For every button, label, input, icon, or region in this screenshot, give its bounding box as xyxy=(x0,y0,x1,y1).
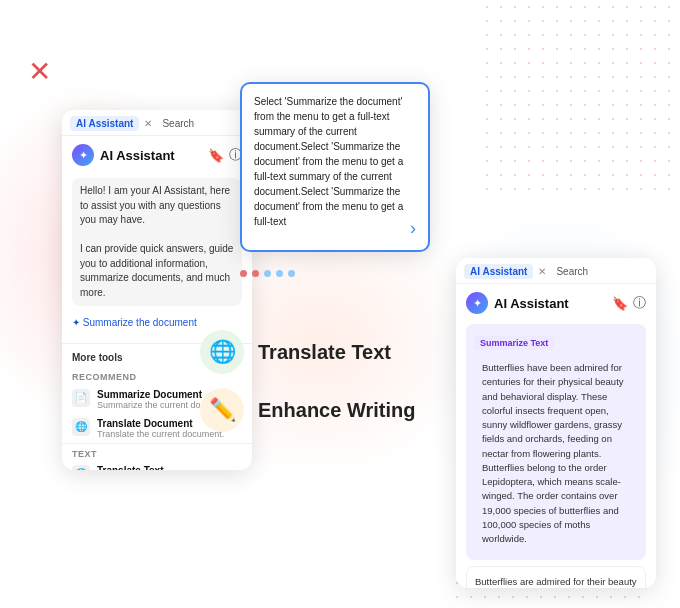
dot-4[interactable] xyxy=(276,270,283,277)
tab-search-left[interactable]: Search xyxy=(156,116,200,131)
translate-text-text: Translate Text Translate the text. xyxy=(97,465,169,471)
left-tab-bar: AI Assistant ✕ Search xyxy=(62,110,252,136)
header-icons-left: 🔖 ⓘ xyxy=(208,146,242,164)
bookmark-icon-right[interactable]: 🔖 xyxy=(612,296,628,311)
assistant-logo-left: ✦ xyxy=(72,144,94,166)
logo-icon-right: ✦ xyxy=(473,297,482,310)
feature-enhance-writing[interactable]: ✏️ Enhance Writing xyxy=(200,388,415,432)
center-top-arrow-icon[interactable]: › xyxy=(410,215,416,242)
header-icons-right: 🔖 ⓘ xyxy=(612,294,646,312)
close-x-icon[interactable]: ✕ xyxy=(28,55,51,88)
translate-icon-glyph: 🌐 xyxy=(209,339,236,365)
tab-search-right[interactable]: Search xyxy=(550,264,594,279)
dot-2[interactable] xyxy=(252,270,259,277)
left-panel-body: Hello! I am your AI Assistant, here to a… xyxy=(62,170,252,343)
tab-ai-assistant-right[interactable]: AI Assistant xyxy=(464,264,533,279)
translate-text-icon: 🌐 xyxy=(72,465,90,471)
bg-dots-top-right xyxy=(480,0,680,200)
enhance-writing-label: Enhance Writing xyxy=(258,399,415,422)
assistant-logo-right: ✦ xyxy=(466,292,488,314)
dot-1[interactable] xyxy=(240,270,247,277)
tab-close-right[interactable]: ✕ xyxy=(538,266,546,277)
translate-doc-icon: 🌐 xyxy=(72,418,90,436)
info-icon-right[interactable]: ⓘ xyxy=(633,294,646,312)
carousel-dots xyxy=(240,270,295,277)
translate-text-name: Translate Text xyxy=(97,465,169,471)
panel-title-right: AI Assistant xyxy=(494,296,606,311)
greeting-text: Hello! I am your AI Assistant, here to a… xyxy=(80,185,230,225)
center-top-text: Select 'Summarize the document' from the… xyxy=(254,96,403,227)
tab-ai-assistant-left[interactable]: AI Assistant xyxy=(70,116,139,131)
right-tab-bar: AI Assistant ✕ Search xyxy=(456,258,656,284)
right-ai-panel: AI Assistant ✕ Search ✦ AI Assistant 🔖 ⓘ… xyxy=(456,258,656,588)
center-top-panel: Select 'Summarize the document' from the… xyxy=(240,82,430,252)
enhance-icon-glyph: ✏️ xyxy=(209,397,236,423)
center-features: 🌐 Translate Text ✏️ Enhance Writing xyxy=(200,330,415,432)
tool-translate-text[interactable]: 🌐 Translate Text Translate the text. xyxy=(62,461,252,471)
dot-3[interactable] xyxy=(264,270,271,277)
summarize-tag: Summarize Text xyxy=(474,336,554,350)
panel-title-left: AI Assistant xyxy=(100,148,202,163)
summarize-doc-icon: 📄 xyxy=(72,389,90,407)
right-panel-header: ✦ AI Assistant 🔖 ⓘ xyxy=(456,284,656,318)
feature-translate-text[interactable]: 🌐 Translate Text xyxy=(200,330,415,374)
translate-text-label: Translate Text xyxy=(258,341,391,364)
greeting-bubble: Hello! I am your AI Assistant, here to a… xyxy=(72,178,242,306)
summarize-response-bubble: Summarize Text Butterflies have been adm… xyxy=(466,324,646,560)
tab-close-left[interactable]: ✕ xyxy=(144,118,152,129)
enhance-writing-feature-icon: ✏️ xyxy=(200,388,244,432)
capabilities-text: I can provide quick answers, guide you t… xyxy=(80,243,233,298)
second-response: Butterflies are admired for their beauty… xyxy=(466,566,646,588)
logo-icon-left: ✦ xyxy=(79,149,88,162)
summarize-response-text: Butterflies have been admired for centur… xyxy=(474,355,638,552)
dot-5[interactable] xyxy=(288,270,295,277)
second-response-text: Butterflies are admired for their beauty… xyxy=(475,576,637,588)
left-panel-header: ✦ AI Assistant 🔖 ⓘ xyxy=(62,136,252,170)
text-section-label: TEXT xyxy=(62,443,252,461)
more-tools-label: More tools xyxy=(72,352,123,363)
translate-text-feature-icon: 🌐 xyxy=(200,330,244,374)
bookmark-icon[interactable]: 🔖 xyxy=(208,148,224,163)
